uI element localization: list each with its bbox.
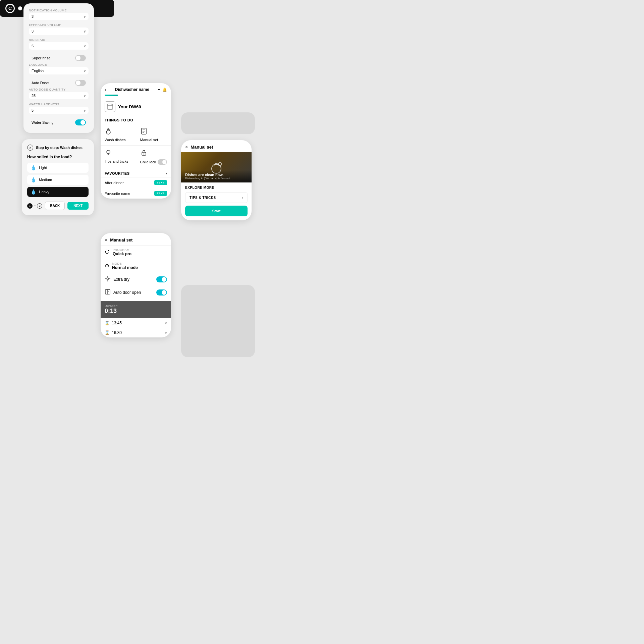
- auto-dose-qty-value: 25: [32, 94, 36, 98]
- duration-value: 0:13: [105, 308, 167, 315]
- step-option-light[interactable]: 💧 Light: [27, 163, 89, 173]
- water-hardness-row: WATER HARDNESS 5 ∨: [29, 103, 89, 114]
- wash-dishes-icon: [105, 127, 132, 137]
- notification-volume-dropdown[interactable]: 3 ∨: [29, 13, 89, 20]
- auto-dose-toggle[interactable]: [75, 80, 86, 86]
- mode-label: MODE: [112, 262, 138, 265]
- mr-image-overlay: Dishes are clean now. Dishwashing in [DW…: [181, 170, 252, 182]
- medium-icon: 💧: [31, 177, 36, 182]
- hourglass-icon-1: ⌛: [105, 321, 110, 325]
- dots-icon[interactable]: ••: [158, 88, 160, 92]
- feedback-volume-dropdown[interactable]: 3 ∨: [29, 28, 89, 35]
- auto-dose-row: Auto Dose: [29, 78, 89, 88]
- step-header: × Step by step: Wash dishes: [27, 145, 89, 151]
- program-row: ⏱ PROGRAM Quick pro: [101, 245, 171, 259]
- mr-close-button[interactable]: ×: [185, 144, 188, 150]
- extra-dry-label: Extra dry: [113, 277, 129, 282]
- time-row-1[interactable]: ⌛ 13:45 ∨: [101, 318, 171, 328]
- language-row: LANGUAGE English ∨: [29, 63, 89, 74]
- dishwasher-card: ‹ Dishwasher name •• 🔔 Your DW60 THINGS …: [101, 83, 171, 199]
- duration-label: Duration:: [105, 304, 167, 308]
- thing-wash-dishes[interactable]: Wash dishes: [101, 124, 136, 145]
- manualset-close-button[interactable]: ×: [105, 237, 107, 243]
- water-hardness-value: 5: [32, 108, 34, 112]
- time-value-2: 16:30: [112, 330, 122, 335]
- program-label: PROGRAM: [113, 248, 131, 252]
- dw-topbar-icons: •• 🔔: [158, 88, 167, 92]
- fav-item-favourite[interactable]: Favourite name TEXT: [101, 188, 171, 199]
- thing-tips[interactable]: Tips and tricks: [101, 146, 136, 168]
- chevron-down-icon: ∨: [84, 15, 86, 18]
- hisense-brand-bar: [105, 95, 118, 96]
- dw-topbar: ‹ Dishwasher name •• 🔔: [101, 83, 171, 94]
- bell-icon: 🔔: [162, 88, 167, 92]
- time-value-1: 13:45: [112, 321, 122, 325]
- auto-door-toggle[interactable]: [156, 289, 167, 296]
- mr-tips-arrow: ›: [242, 195, 243, 200]
- rinse-aid-dropdown[interactable]: 5 ∨: [29, 42, 89, 50]
- rinse-aid-row: RINSE AID 5 ∨: [29, 38, 89, 50]
- dw-back-button[interactable]: ‹: [105, 87, 106, 93]
- next-button[interactable]: NEXT: [67, 202, 89, 210]
- fav-name-1: After dinner: [105, 181, 124, 185]
- step-dot-2: 2: [37, 203, 42, 209]
- favourites-label: FAVOURITES: [105, 171, 129, 175]
- auto-door-icon: [105, 289, 111, 296]
- svg-point-8: [107, 150, 110, 154]
- auto-dose-qty-dropdown[interactable]: 25 ∨: [29, 92, 89, 99]
- child-lock-label: Child lock: [140, 160, 156, 164]
- dw-brand: [101, 94, 171, 99]
- notification-volume-value: 3: [32, 14, 34, 18]
- extra-dry-toggle[interactable]: [156, 276, 167, 282]
- tips-label: Tips and tricks: [105, 159, 132, 163]
- mr-image-title: Dishes are clean now.: [185, 173, 248, 177]
- language-value: English: [32, 69, 44, 73]
- rinse-aid-value: 5: [32, 44, 34, 48]
- super-rinse-toggle[interactable]: [75, 55, 86, 61]
- mode-icon: ⚙: [105, 262, 109, 269]
- tips-icon: [105, 149, 132, 158]
- step-option-heavy[interactable]: 💧 Heavy: [27, 187, 89, 197]
- step-close-button[interactable]: ×: [27, 145, 33, 151]
- chevron-down-icon: ∨: [84, 109, 86, 112]
- heavy-icon: 💧: [31, 189, 36, 195]
- dw-favourites-header: FAVOURITES ›: [101, 168, 171, 177]
- chevron-down-icon: ∨: [84, 69, 86, 73]
- mr-start-button[interactable]: Start: [185, 206, 248, 216]
- water-hardness-label: WATER HARDNESS: [29, 103, 89, 106]
- step-option-heavy-label: Heavy: [39, 190, 49, 194]
- chevron-down-icon: ∨: [84, 94, 86, 98]
- step-option-medium-label: Medium: [39, 178, 52, 182]
- connectlife-c-logo: C: [5, 4, 15, 13]
- water-saving-toggle[interactable]: [75, 119, 86, 125]
- time-row-2[interactable]: ⌛ 16:30 ∨: [101, 328, 171, 337]
- back-button[interactable]: BACK: [45, 202, 65, 210]
- things-grid: Wash dishes Manual set Tips and tricks: [101, 124, 171, 168]
- notification-volume-row: NOTIFICATION VOLUME 3 ∨: [29, 9, 89, 20]
- fav-item-after-dinner[interactable]: After dinner TEXT: [101, 177, 171, 188]
- water-hardness-dropdown[interactable]: 5 ∨: [29, 107, 89, 114]
- mr-image-subtitle: Dishwashing in [DW name] is finished.: [185, 177, 248, 180]
- mr-tips-row[interactable]: TIPS & TRICKS ›: [185, 192, 248, 203]
- favourites-arrow[interactable]: ›: [166, 171, 167, 176]
- language-dropdown[interactable]: English ∨: [29, 67, 89, 74]
- step-progress-line: [34, 206, 36, 206]
- dw-header-title: Dishwasher name: [115, 87, 149, 92]
- svg-point-13: [107, 278, 109, 280]
- step-option-medium[interactable]: 💧 Medium: [27, 175, 89, 185]
- step-option-light-label: Light: [39, 166, 47, 170]
- extra-dry-row: Extra dry: [101, 273, 171, 286]
- rinse-aid-label: RINSE AID: [29, 38, 89, 42]
- super-rinse-row: Super rinse: [29, 53, 89, 63]
- thing-child-lock[interactable]: Child lock: [136, 146, 171, 168]
- mode-value: Normal mode: [112, 265, 138, 270]
- manualset-right-card: × Manual set Dishes are clean now. Dishw…: [181, 140, 252, 220]
- dw-device-name: Your DW60: [118, 104, 141, 109]
- auto-dose-label: Auto Dose: [32, 81, 49, 85]
- stepbystep-card: × Step by step: Wash dishes How soiled i…: [22, 139, 94, 215]
- notification-volume-label: NOTIFICATION VOLUME: [29, 9, 89, 12]
- connectlife-dot: [18, 6, 22, 10]
- fav-btn-2[interactable]: TEXT: [154, 191, 167, 196]
- thing-manual-set[interactable]: Manual set: [136, 124, 171, 145]
- fav-btn-1[interactable]: TEXT: [154, 180, 167, 185]
